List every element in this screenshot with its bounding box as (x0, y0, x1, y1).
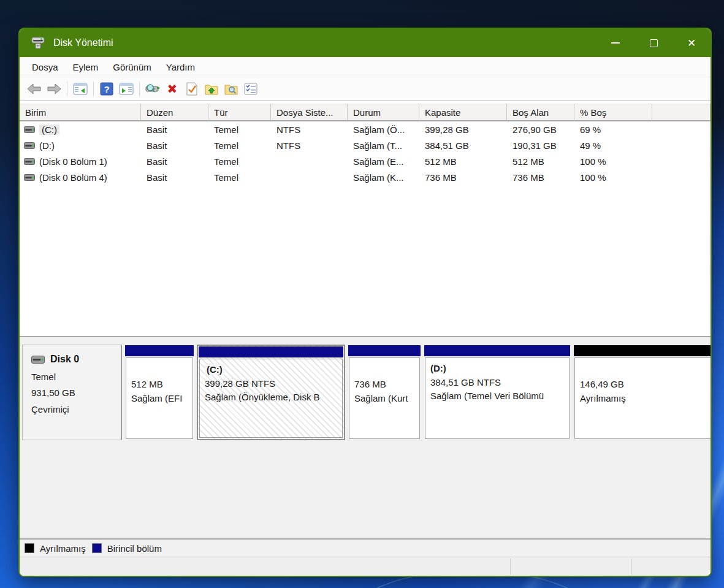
disk-name: Disk 0 (50, 354, 79, 365)
disk-status: Çevrimiçi (31, 403, 121, 416)
cell-durum: Sağlam (E... (348, 153, 419, 169)
table-row[interactable]: (D:) Basit Temel NTFS Sağlam (T... 384,5… (20, 137, 711, 153)
cell-tur: Temel (208, 169, 271, 185)
partition-size: 146,49 GB (580, 378, 711, 392)
toolbar: ? ✖ (20, 77, 711, 101)
cell-dosya-sistemi: NTFS (271, 137, 348, 153)
cell-kapasite: 512 MB (419, 153, 507, 169)
disk-drive-icon (31, 37, 45, 49)
back-icon[interactable] (25, 80, 44, 97)
column-header-kapasite[interactable]: Kapasite (419, 104, 507, 121)
cell-duzen: Basit (141, 153, 208, 169)
table-row[interactable]: (C:) Basit Temel NTFS Sağlam (Ö... 399,2… (20, 121, 711, 137)
volume-name: (D:) (39, 140, 55, 151)
column-header-birim[interactable]: Birim (20, 104, 141, 121)
partition-size: 736 MB (354, 378, 419, 392)
table-row[interactable]: (Disk 0 Bölüm 1) Basit Temel Sağlam (E..… (20, 153, 711, 169)
legend-swatch-unallocated (25, 543, 34, 553)
partition-color-bar (125, 345, 194, 356)
delete-volume-icon[interactable]: ✖ (162, 80, 182, 97)
table-row[interactable]: (Disk 0 Bölüm 4) Basit Temel Sağlam (K..… (20, 169, 711, 185)
column-header-duzen[interactable]: Düzen (141, 104, 208, 121)
cell-tur: Temel (208, 137, 271, 153)
volume-table-header: Birim Düzen Tür Dosya Siste... Durum Kap… (20, 104, 711, 121)
cell-tur: Temel (208, 153, 271, 169)
partition-color-bar (424, 345, 570, 356)
volume-name: (C:) (39, 124, 59, 135)
partition-label: (D:) (430, 363, 446, 373)
partition-color-bar (199, 346, 343, 357)
status-bar-separator (510, 559, 511, 575)
column-header-dosya-sistemi[interactable]: Dosya Siste... (271, 104, 348, 121)
show-console-tree-icon[interactable] (70, 80, 90, 97)
show-action-pane-icon[interactable] (116, 80, 136, 97)
cell-bos-alan: 190,31 GB (507, 137, 574, 153)
partition-d[interactable]: (D:) 384,51 GB NTFS Sağlam (Temel Veri B… (424, 345, 571, 440)
cell-dosya-sistemi (271, 153, 348, 169)
cell-kapasite: 736 MB (419, 169, 507, 185)
disk0-row: Disk 0 Temel 931,50 GB Çevrimiçi 512 MB … (22, 345, 711, 440)
toolbar-separator (67, 82, 67, 96)
cell-dosya-sistemi (271, 169, 348, 185)
volume-name: (Disk 0 Bölüm 4) (39, 172, 107, 183)
volume-drive-icon (24, 126, 35, 133)
folder-search-icon[interactable] (221, 80, 241, 97)
partition-status: Sağlam (Önyükleme, Disk B (205, 391, 342, 405)
cell-duzen: Basit (141, 137, 208, 153)
disk-capacity: 931,50 GB (31, 387, 121, 399)
pane-splitter[interactable] (20, 336, 711, 340)
partition-status: Sağlam (EFI (131, 392, 192, 406)
menu-gorunum[interactable]: Görünüm (105, 59, 159, 75)
legend-label: Birincil bölüm (107, 543, 162, 554)
partition-recovery[interactable]: 736 MB Sağlam (Kurt (348, 345, 421, 440)
properties-list-icon[interactable] (241, 80, 261, 97)
status-bar (20, 557, 711, 576)
partition-size: 399,28 GB NTFS (205, 377, 342, 391)
folder-up-icon[interactable] (202, 80, 221, 97)
volume-list-pane: Birim Düzen Tür Dosya Siste... Durum Kap… (20, 101, 711, 336)
disk-type: Temel (31, 371, 121, 383)
window-title: Disk Yönetimi (53, 37, 113, 48)
minimize-button[interactable] (596, 29, 634, 57)
partition-size: 512 MB (131, 378, 192, 392)
volume-name: (Disk 0 Bölüm 1) (39, 156, 107, 167)
legend-item-primary: Birincil bölüm (92, 543, 162, 554)
disk-drive-icon (31, 356, 45, 364)
column-header-bos-alan[interactable]: Boş Alan (507, 104, 574, 121)
cell-bos-alan: 276,90 GB (507, 121, 574, 137)
partition-unallocated[interactable]: 146,49 GB Ayrılmamış (573, 345, 712, 440)
maximize-button[interactable] (634, 29, 673, 57)
cell-yuzde-bos: 100 % (574, 153, 652, 169)
partition-color-bar (348, 345, 421, 356)
status-bar-separator (631, 559, 632, 575)
partition-status: Sağlam (Kurt (354, 392, 419, 406)
menu-yardim[interactable]: Yardım (159, 59, 202, 75)
cell-tur: Temel (208, 121, 271, 137)
volume-drive-icon (24, 174, 35, 181)
cell-duzen: Basit (141, 121, 208, 137)
column-header-durum[interactable]: Durum (348, 104, 419, 121)
legend-item-unallocated: Ayrılmamış (25, 543, 86, 554)
column-header-empty[interactable] (652, 104, 711, 121)
cell-duzen: Basit (141, 169, 208, 185)
forward-icon[interactable] (44, 80, 64, 97)
close-button[interactable]: ✕ (673, 29, 711, 57)
disk-graph-pane: Disk 0 Temel 931,50 GB Çevrimiçi 512 MB … (20, 340, 711, 557)
volume-drive-icon (24, 142, 35, 149)
column-header-yuzde-bos[interactable]: % Boş (574, 104, 652, 121)
menu-dosya[interactable]: Dosya (25, 59, 66, 75)
cell-bos-alan: 736 MB (507, 169, 574, 185)
help-icon[interactable]: ? (97, 80, 116, 97)
partition-c[interactable]: (C:) 399,28 GB NTFS Sağlam (Önyükleme, D… (197, 345, 345, 440)
rescan-disks-icon[interactable] (143, 80, 162, 97)
check-document-icon[interactable] (182, 80, 202, 97)
disk0-info-panel[interactable]: Disk 0 Temel 931,50 GB Çevrimiçi (22, 345, 122, 440)
legend-bar: Ayrılmamış Birincil bölüm (20, 538, 711, 557)
partition-efi[interactable]: 512 MB Sağlam (EFI (124, 345, 194, 440)
partition-status: Ayrılmamış (580, 392, 711, 406)
toolbar-separator (93, 82, 94, 96)
partition-color-bar (574, 345, 712, 356)
column-header-tur[interactable]: Tür (208, 104, 271, 121)
menu-eylem[interactable]: Eylem (66, 59, 106, 75)
title-bar[interactable]: Disk Yönetimi ✕ (20, 29, 711, 57)
